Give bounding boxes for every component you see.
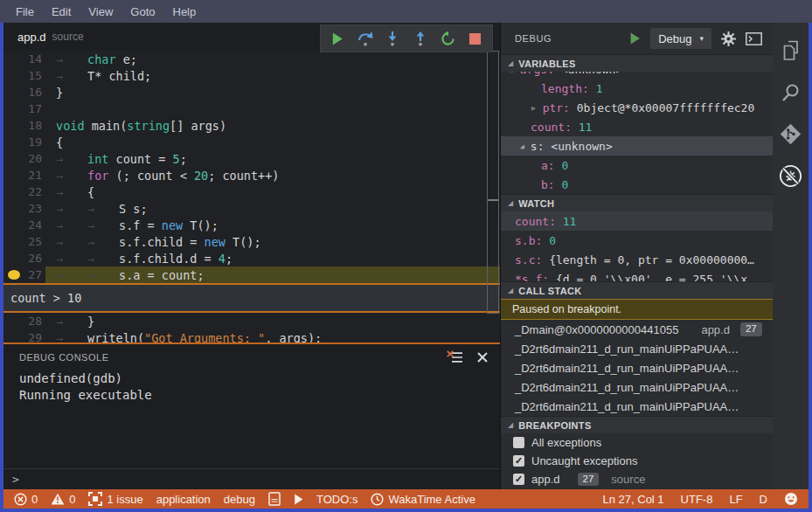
language-status[interactable]: D (760, 493, 767, 506)
checked-checkbox[interactable]: ✓ (513, 474, 524, 485)
feedback-smiley-icon[interactable] (784, 492, 798, 506)
menu-goto[interactable]: Goto (121, 5, 163, 18)
gear-icon[interactable] (721, 31, 736, 46)
stack-frame[interactable]: _D2rt6dmain211_d_run_mainUiPPaPUAA… (501, 358, 773, 377)
menu-edit[interactable]: Edit (43, 5, 80, 18)
gutter[interactable]: 19 (3, 134, 45, 150)
clear-console-icon[interactable] (447, 350, 463, 364)
gutter[interactable]: 20 (3, 150, 45, 167)
menu-file[interactable]: File (7, 5, 43, 18)
gutter[interactable]: 29 (3, 329, 45, 342)
code-line-15[interactable]: 15→T* child; (3, 67, 500, 84)
git-icon[interactable] (779, 122, 802, 146)
files-icon[interactable] (779, 38, 802, 62)
variable-row[interactable]: count: 11 (501, 117, 773, 136)
warning-count[interactable]: 0 (51, 493, 75, 506)
variable-row[interactable]: s.c: {length = 0, ptr = 0x00000000… (501, 250, 773, 269)
debug-mode-status[interactable]: debug (224, 493, 255, 506)
stack-frame[interactable]: _D2rt6dmain211_d_run_mainUiPPaPUAA… (501, 339, 773, 358)
gutter[interactable]: 22 (3, 183, 45, 200)
breakpoints-section-header[interactable]: ◢ BREAKPOINTS (501, 416, 773, 433)
debug-disabled-icon[interactable] (779, 164, 802, 188)
stack-frame[interactable]: _D2rt6dmain211_d_run_mainUiPPaPUAA… (501, 377, 773, 397)
code-line-23[interactable]: 23→→S s; (3, 200, 500, 217)
watch-section-header[interactable]: ◢ WATCH (501, 194, 773, 211)
code-line-26[interactable]: 26→→s.f.child.d = 4; (3, 250, 500, 266)
variable-row[interactable]: s.b: 0 (501, 231, 773, 250)
document-icon[interactable] (268, 492, 281, 506)
code-line-25[interactable]: 25→→s.f.child = new T(); (3, 233, 500, 250)
menu-view[interactable]: View (80, 5, 121, 18)
expanded-arrow-icon[interactable]: ◢ (510, 72, 514, 73)
menu-help[interactable]: Help (164, 5, 205, 18)
gutter[interactable]: 24 (3, 217, 45, 233)
code-line-27[interactable]: 27→→s.a = count; (3, 266, 500, 283)
code-line-21[interactable]: 21→for (; count < 20; count++) (3, 167, 500, 183)
open-console-icon[interactable] (746, 32, 762, 45)
encoding-status[interactable]: UTF-8 (681, 493, 713, 506)
collapsed-arrow-icon[interactable]: ▹ (531, 102, 537, 114)
variable-row[interactable]: *s.f: {d = 0 '\\x00', e = 255 '\\x (501, 269, 773, 281)
code-line-28[interactable]: 28→} (3, 313, 500, 329)
error-count[interactable]: 0 (14, 493, 38, 506)
expanded-arrow-icon[interactable]: ◢ (520, 142, 524, 150)
gutter[interactable]: 25 (3, 233, 45, 250)
stack-frame[interactable]: _Dmain@0x0000000000441055app.d27 (501, 320, 773, 339)
stop-button[interactable] (465, 28, 486, 49)
close-icon[interactable] (477, 352, 488, 363)
todo-status[interactable]: TODO:s (316, 493, 357, 506)
code-line-22[interactable]: 22→{ (3, 183, 500, 200)
restart-button[interactable] (437, 28, 458, 49)
continue-button[interactable] (327, 28, 348, 49)
gutter[interactable]: 15 (3, 67, 45, 84)
gutter[interactable]: 27 (3, 266, 45, 283)
step-over-button[interactable] (355, 28, 376, 49)
variables-section-header[interactable]: ◢ VARIABLES (501, 54, 773, 72)
code-line-20[interactable]: 20→int count = 5; (3, 150, 500, 167)
variable-row[interactable]: count: 11 (501, 211, 773, 231)
code-line-16[interactable]: 16} (3, 84, 500, 100)
gutter[interactable]: 14 (3, 51, 45, 67)
start-debug-icon[interactable] (629, 32, 641, 45)
code-line-14[interactable]: 14→char e; (3, 51, 500, 67)
console-input[interactable]: > (3, 468, 500, 489)
gutter[interactable]: 28 (3, 313, 45, 329)
code-line-29[interactable]: 29→writeln("Got Arguments: ", args); (3, 329, 500, 342)
editor-scrollbar[interactable] (487, 51, 499, 314)
stack-frame[interactable]: _D2rt6dmain211_d_run_mainUiPPaPUAA… (501, 397, 773, 416)
gutter[interactable]: 26 (3, 250, 45, 266)
breakpoint-dot[interactable] (8, 270, 20, 280)
code-line-18[interactable]: 18void main(string[] args) (3, 117, 500, 134)
cursor-position[interactable]: Ln 27, Col 1 (602, 493, 663, 506)
tab-app-d[interactable]: app.d (17, 31, 46, 44)
breakpoint-item[interactable]: All exceptions (501, 433, 773, 452)
breakpoint-item[interactable]: ✓Uncaught exceptions (501, 452, 773, 470)
variable-row[interactable]: b: 0 (501, 175, 773, 194)
gutter[interactable]: 21 (3, 167, 45, 183)
variable-row[interactable]: ◢s: <unknown> (501, 136, 773, 156)
issues-status[interactable]: 1 issue (88, 492, 142, 506)
debug-config-dropdown[interactable]: Debug ▾ (650, 28, 711, 49)
variable-row[interactable]: a: 0 (501, 156, 773, 175)
wakatime-status[interactable]: WakaTime Active (371, 493, 475, 506)
code-line-17[interactable]: 17 (3, 100, 500, 117)
search-icon[interactable] (779, 80, 802, 104)
breakpoint-condition-widget[interactable]: count > 10 (3, 283, 500, 313)
application-status[interactable]: application (156, 493, 211, 506)
step-into-button[interactable] (382, 28, 403, 49)
variable-row[interactable]: length: 1 (501, 79, 773, 98)
gutter[interactable]: 17 (3, 100, 45, 117)
step-out-button[interactable] (410, 28, 431, 49)
breakpoint-item[interactable]: ✓app.d27source (501, 470, 773, 488)
unchecked-checkbox[interactable] (513, 437, 524, 448)
run-icon[interactable] (294, 494, 303, 505)
variable-row[interactable]: ◢args: <unknown> (501, 72, 773, 79)
gutter[interactable]: 18 (3, 117, 45, 134)
gutter[interactable]: 23 (3, 200, 45, 217)
gutter[interactable]: 16 (3, 84, 45, 100)
code-line-24[interactable]: 24→→s.f = new T(); (3, 217, 500, 233)
eol-status[interactable]: LF (729, 493, 742, 506)
variable-row[interactable]: ▹ptr: 0bject@*0x00007fffffffec20 (501, 98, 773, 117)
code-editor[interactable]: 14→char e;15→T* child;16}1718void main(s… (3, 51, 500, 342)
call-stack-section-header[interactable]: ◢ CALL STACK (501, 281, 773, 299)
